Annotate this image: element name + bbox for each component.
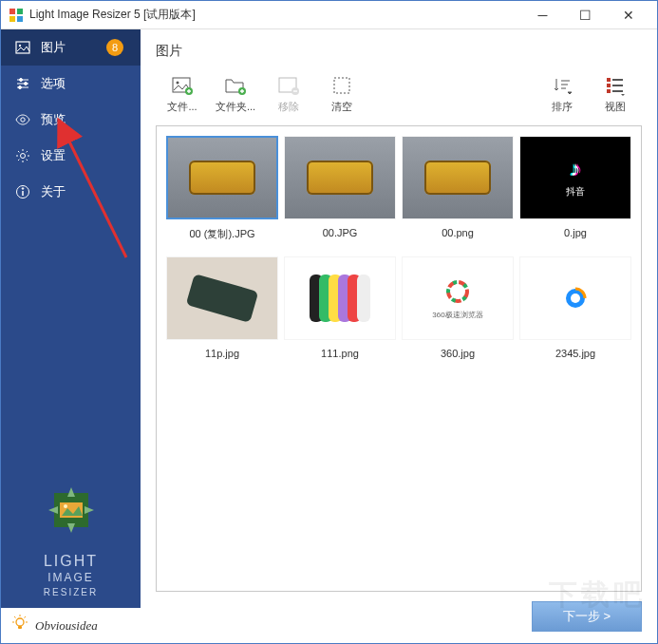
svg-rect-41 [607, 89, 611, 93]
thumbnail-grid: 00 (复制).JPG 00.JPG 00.png ♪抖音 0.jpg [156, 125, 642, 592]
logo-line3: RESIZER [10, 586, 131, 598]
remove-icon [262, 73, 315, 98]
gear-icon [14, 147, 31, 164]
remove-button[interactable]: 移除 [262, 73, 315, 114]
sidebar-item-label: 设置 [41, 147, 66, 164]
thumbnail-label: 0.jpg [519, 227, 631, 238]
svg-point-48 [571, 294, 580, 303]
svg-rect-42 [612, 79, 623, 81]
maximize-button[interactable]: ☐ [564, 2, 607, 28]
svg-point-11 [19, 86, 22, 89]
svg-point-21 [16, 618, 24, 626]
sort-button[interactable]: 排序 [536, 73, 589, 114]
svg-point-7 [20, 79, 23, 82]
logo-line2: IMAGE [10, 571, 131, 586]
view-button[interactable]: 视图 [589, 73, 642, 114]
svg-point-20 [64, 504, 67, 508]
window-title: Light Image Resizer 5 [试用版本] [29, 7, 521, 23]
sidebar-item-label: 预览 [41, 111, 66, 128]
sidebar-item-preview[interactable]: 预览 [1, 102, 141, 138]
thumbnail-item[interactable]: ♪抖音 0.jpg [519, 136, 631, 241]
next-button[interactable]: 下一步 > [532, 601, 642, 632]
toolbar: 文件... 文件夹... 移除 清空 排序 [156, 73, 642, 114]
svg-point-9 [25, 83, 28, 85]
brand-text: Obviousidea [35, 618, 98, 634]
add-folder-button[interactable]: 文件夹... [209, 73, 262, 114]
svg-rect-40 [607, 84, 611, 87]
main-panel: 图片 文件... 文件夹... 移除 清空 [141, 29, 657, 643]
svg-point-30 [177, 82, 179, 85]
sidebar-item-options[interactable]: 选项 [1, 66, 141, 102]
sidebar-item-label: 图片 [41, 39, 66, 56]
thumbnail-item[interactable]: 11p.jpg [166, 256, 278, 359]
svg-point-5 [19, 45, 21, 47]
thumbnail-item[interactable]: 00.png [402, 136, 514, 241]
svg-rect-35 [334, 78, 349, 93]
clear-icon [315, 73, 368, 98]
titlebar: Light Image Resizer 5 [试用版本] ─ ☐ ✕ [1, 1, 657, 29]
sidebar-item-label: 选项 [41, 75, 66, 92]
svg-rect-1 [17, 9, 23, 14]
sliders-icon [14, 75, 31, 92]
thumbnail-label: 360.jpg [402, 348, 514, 359]
thumbnail-item[interactable]: 2345.jpg [519, 256, 631, 359]
count-badge: 8 [106, 39, 123, 56]
thumbnail-label: 00.png [402, 227, 514, 238]
thumbnail-item[interactable]: 111.png [284, 256, 396, 359]
view-icon [589, 73, 642, 98]
svg-rect-0 [9, 9, 15, 14]
eye-icon [14, 111, 31, 128]
add-file-button[interactable]: 文件... [156, 73, 209, 114]
svg-point-12 [21, 118, 25, 122]
thumbnail-item[interactable]: 00.JPG [284, 136, 396, 241]
thumbnail-item[interactable]: 00 (复制).JPG [166, 136, 278, 241]
image-icon [14, 39, 31, 56]
svg-point-16 [22, 188, 24, 190]
svg-line-27 [25, 616, 27, 618]
svg-rect-43 [612, 85, 623, 86]
app-icon [9, 8, 24, 23]
brand-footer[interactable]: Obviousidea [1, 608, 141, 643]
info-icon [14, 183, 31, 200]
window-controls: ─ ☐ ✕ [521, 2, 649, 28]
sidebar-item-label: 关于 [41, 183, 66, 200]
minimize-button[interactable]: ─ [521, 2, 564, 28]
svg-line-26 [14, 616, 16, 618]
thumbnail-item[interactable]: 360极速浏览器 360.jpg [402, 256, 514, 359]
sort-icon [536, 73, 589, 98]
footer: 下一步 > [156, 592, 642, 632]
svg-point-13 [21, 154, 26, 159]
thumbnail-label: 111.png [284, 348, 396, 359]
svg-rect-28 [18, 626, 22, 629]
logo-line1: LIGHT [10, 552, 131, 572]
clear-button[interactable]: 清空 [315, 73, 368, 114]
sidebar-logo: LIGHT IMAGE RESIZER [1, 478, 141, 608]
thumbnail-label: 11p.jpg [166, 348, 278, 359]
bulb-icon [10, 614, 29, 637]
svg-rect-3 [17, 16, 23, 22]
add-folder-icon [209, 73, 262, 98]
svg-rect-2 [9, 16, 15, 22]
close-button[interactable]: ✕ [607, 2, 649, 28]
thumbnail-label: 00 (复制).JPG [166, 227, 278, 241]
sidebar-item-images[interactable]: 图片 8 [1, 29, 141, 66]
add-file-icon [156, 73, 209, 98]
main-heading: 图片 [156, 43, 642, 60]
thumbnail-label: 2345.jpg [519, 348, 631, 359]
sidebar-item-settings[interactable]: 设置 [1, 138, 141, 174]
sidebar: 图片 8 选项 预览 设置 关于 LIGHT IMAGE [1, 29, 141, 643]
svg-rect-39 [607, 78, 611, 82]
thumbnail-label: 00.JPG [284, 227, 396, 238]
sidebar-item-about[interactable]: 关于 [1, 174, 141, 210]
svg-rect-44 [612, 90, 623, 92]
